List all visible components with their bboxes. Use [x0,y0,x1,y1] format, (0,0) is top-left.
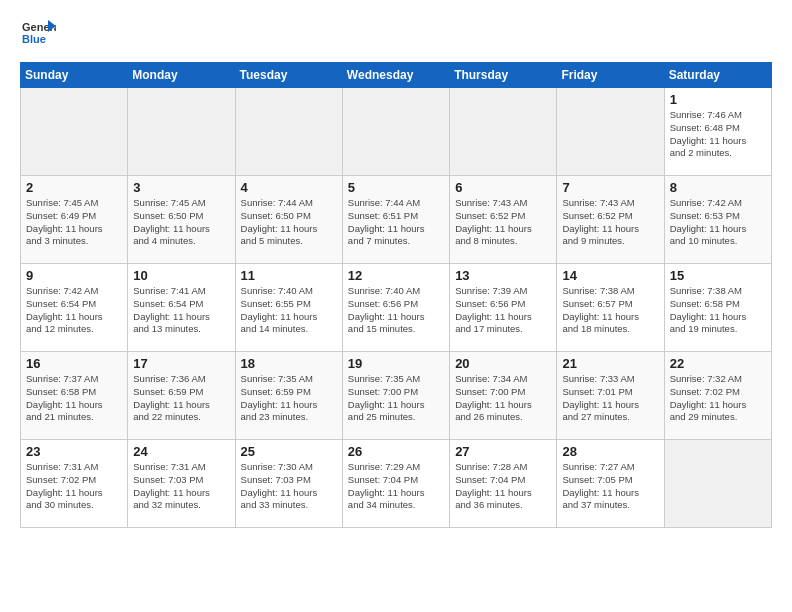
calendar-day-19: 19Sunrise: 7:35 AM Sunset: 7:00 PM Dayli… [342,352,449,440]
calendar-day-empty [450,88,557,176]
weekday-header-thursday: Thursday [450,63,557,88]
calendar-week-row: 23Sunrise: 7:31 AM Sunset: 7:02 PM Dayli… [21,440,772,528]
day-info: Sunrise: 7:28 AM Sunset: 7:04 PM Dayligh… [455,461,551,512]
day-info: Sunrise: 7:30 AM Sunset: 7:03 PM Dayligh… [241,461,337,512]
day-number: 13 [455,268,551,283]
day-info: Sunrise: 7:35 AM Sunset: 6:59 PM Dayligh… [241,373,337,424]
calendar-day-empty [342,88,449,176]
calendar-week-row: 1Sunrise: 7:46 AM Sunset: 6:48 PM Daylig… [21,88,772,176]
weekday-header-friday: Friday [557,63,664,88]
day-number: 15 [670,268,766,283]
calendar-week-row: 16Sunrise: 7:37 AM Sunset: 6:58 PM Dayli… [21,352,772,440]
day-info: Sunrise: 7:42 AM Sunset: 6:54 PM Dayligh… [26,285,122,336]
calendar-header-row: SundayMondayTuesdayWednesdayThursdayFrid… [21,63,772,88]
day-info: Sunrise: 7:38 AM Sunset: 6:57 PM Dayligh… [562,285,658,336]
weekday-header-monday: Monday [128,63,235,88]
calendar-day-empty [235,88,342,176]
calendar-day-18: 18Sunrise: 7:35 AM Sunset: 6:59 PM Dayli… [235,352,342,440]
day-info: Sunrise: 7:40 AM Sunset: 6:56 PM Dayligh… [348,285,444,336]
calendar-day-3: 3Sunrise: 7:45 AM Sunset: 6:50 PM Daylig… [128,176,235,264]
calendar-day-empty [664,440,771,528]
day-number: 4 [241,180,337,195]
calendar-day-28: 28Sunrise: 7:27 AM Sunset: 7:05 PM Dayli… [557,440,664,528]
day-number: 10 [133,268,229,283]
calendar-day-6: 6Sunrise: 7:43 AM Sunset: 6:52 PM Daylig… [450,176,557,264]
day-info: Sunrise: 7:46 AM Sunset: 6:48 PM Dayligh… [670,109,766,160]
calendar-day-25: 25Sunrise: 7:30 AM Sunset: 7:03 PM Dayli… [235,440,342,528]
day-number: 17 [133,356,229,371]
calendar-day-10: 10Sunrise: 7:41 AM Sunset: 6:54 PM Dayli… [128,264,235,352]
day-number: 14 [562,268,658,283]
logo-svg: General Blue [20,16,56,52]
calendar-day-24: 24Sunrise: 7:31 AM Sunset: 7:03 PM Dayli… [128,440,235,528]
calendar-table: SundayMondayTuesdayWednesdayThursdayFrid… [20,62,772,528]
calendar-day-11: 11Sunrise: 7:40 AM Sunset: 6:55 PM Dayli… [235,264,342,352]
day-info: Sunrise: 7:41 AM Sunset: 6:54 PM Dayligh… [133,285,229,336]
calendar-day-8: 8Sunrise: 7:42 AM Sunset: 6:53 PM Daylig… [664,176,771,264]
day-number: 25 [241,444,337,459]
calendar-day-14: 14Sunrise: 7:38 AM Sunset: 6:57 PM Dayli… [557,264,664,352]
calendar-day-21: 21Sunrise: 7:33 AM Sunset: 7:01 PM Dayli… [557,352,664,440]
day-info: Sunrise: 7:43 AM Sunset: 6:52 PM Dayligh… [455,197,551,248]
weekday-header-sunday: Sunday [21,63,128,88]
calendar-day-26: 26Sunrise: 7:29 AM Sunset: 7:04 PM Dayli… [342,440,449,528]
day-info: Sunrise: 7:32 AM Sunset: 7:02 PM Dayligh… [670,373,766,424]
day-info: Sunrise: 7:42 AM Sunset: 6:53 PM Dayligh… [670,197,766,248]
day-number: 26 [348,444,444,459]
calendar-day-27: 27Sunrise: 7:28 AM Sunset: 7:04 PM Dayli… [450,440,557,528]
day-number: 21 [562,356,658,371]
svg-text:Blue: Blue [22,33,46,45]
day-info: Sunrise: 7:29 AM Sunset: 7:04 PM Dayligh… [348,461,444,512]
day-number: 1 [670,92,766,107]
calendar-day-15: 15Sunrise: 7:38 AM Sunset: 6:58 PM Dayli… [664,264,771,352]
day-info: Sunrise: 7:39 AM Sunset: 6:56 PM Dayligh… [455,285,551,336]
calendar-day-4: 4Sunrise: 7:44 AM Sunset: 6:50 PM Daylig… [235,176,342,264]
day-number: 3 [133,180,229,195]
day-info: Sunrise: 7:45 AM Sunset: 6:49 PM Dayligh… [26,197,122,248]
day-info: Sunrise: 7:35 AM Sunset: 7:00 PM Dayligh… [348,373,444,424]
day-info: Sunrise: 7:34 AM Sunset: 7:00 PM Dayligh… [455,373,551,424]
day-number: 27 [455,444,551,459]
day-number: 22 [670,356,766,371]
day-number: 12 [348,268,444,283]
calendar-day-empty [128,88,235,176]
calendar-day-13: 13Sunrise: 7:39 AM Sunset: 6:56 PM Dayli… [450,264,557,352]
day-number: 11 [241,268,337,283]
weekday-header-wednesday: Wednesday [342,63,449,88]
day-info: Sunrise: 7:37 AM Sunset: 6:58 PM Dayligh… [26,373,122,424]
calendar-day-16: 16Sunrise: 7:37 AM Sunset: 6:58 PM Dayli… [21,352,128,440]
day-number: 5 [348,180,444,195]
day-info: Sunrise: 7:31 AM Sunset: 7:02 PM Dayligh… [26,461,122,512]
logo: General Blue [20,16,56,52]
day-number: 16 [26,356,122,371]
day-number: 2 [26,180,122,195]
day-number: 24 [133,444,229,459]
day-number: 9 [26,268,122,283]
calendar-day-20: 20Sunrise: 7:34 AM Sunset: 7:00 PM Dayli… [450,352,557,440]
day-number: 23 [26,444,122,459]
day-number: 20 [455,356,551,371]
calendar-day-22: 22Sunrise: 7:32 AM Sunset: 7:02 PM Dayli… [664,352,771,440]
day-info: Sunrise: 7:45 AM Sunset: 6:50 PM Dayligh… [133,197,229,248]
day-info: Sunrise: 7:36 AM Sunset: 6:59 PM Dayligh… [133,373,229,424]
calendar-week-row: 2Sunrise: 7:45 AM Sunset: 6:49 PM Daylig… [21,176,772,264]
page-header: General Blue [20,16,772,52]
day-number: 19 [348,356,444,371]
weekday-header-tuesday: Tuesday [235,63,342,88]
day-info: Sunrise: 7:44 AM Sunset: 6:51 PM Dayligh… [348,197,444,248]
calendar-day-23: 23Sunrise: 7:31 AM Sunset: 7:02 PM Dayli… [21,440,128,528]
calendar-day-empty [21,88,128,176]
day-info: Sunrise: 7:38 AM Sunset: 6:58 PM Dayligh… [670,285,766,336]
day-number: 18 [241,356,337,371]
day-number: 28 [562,444,658,459]
day-info: Sunrise: 7:31 AM Sunset: 7:03 PM Dayligh… [133,461,229,512]
calendar-day-17: 17Sunrise: 7:36 AM Sunset: 6:59 PM Dayli… [128,352,235,440]
calendar-day-1: 1Sunrise: 7:46 AM Sunset: 6:48 PM Daylig… [664,88,771,176]
day-info: Sunrise: 7:44 AM Sunset: 6:50 PM Dayligh… [241,197,337,248]
day-info: Sunrise: 7:27 AM Sunset: 7:05 PM Dayligh… [562,461,658,512]
day-number: 7 [562,180,658,195]
calendar-day-9: 9Sunrise: 7:42 AM Sunset: 6:54 PM Daylig… [21,264,128,352]
calendar-day-7: 7Sunrise: 7:43 AM Sunset: 6:52 PM Daylig… [557,176,664,264]
day-info: Sunrise: 7:43 AM Sunset: 6:52 PM Dayligh… [562,197,658,248]
calendar-day-5: 5Sunrise: 7:44 AM Sunset: 6:51 PM Daylig… [342,176,449,264]
